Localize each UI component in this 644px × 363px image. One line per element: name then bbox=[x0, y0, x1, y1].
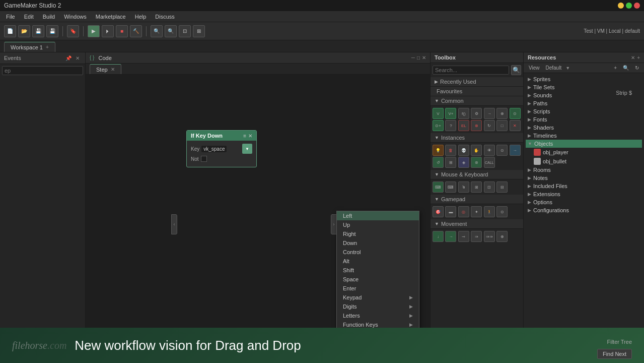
res-refresh-icon[interactable]: ↻ bbox=[633, 65, 641, 71]
panel-pin-button[interactable]: 📌 bbox=[65, 54, 72, 62]
section-common[interactable]: ▼ Common bbox=[431, 96, 523, 106]
tree-sprites[interactable]: ▶ Sprites bbox=[526, 75, 642, 83]
resources-close-btn[interactable]: ✕ bbox=[631, 55, 635, 60]
filter-tree-label[interactable]: Filter Tree bbox=[607, 339, 632, 345]
mv-fast[interactable]: ⇒ bbox=[471, 231, 482, 242]
dd-alt[interactable]: Alt bbox=[337, 257, 419, 266]
inst-move2[interactable]: → bbox=[510, 145, 521, 156]
section-recently-used[interactable]: ▶ Recently Used bbox=[431, 77, 523, 87]
section-instances[interactable]: ▼ Instances bbox=[431, 133, 523, 143]
stop-button[interactable]: ■ bbox=[116, 25, 128, 37]
mk-key2[interactable]: ⌨ bbox=[445, 182, 456, 193]
toolbox-search-input[interactable] bbox=[433, 66, 509, 75]
tool-stop[interactable]: ⊗ bbox=[471, 120, 482, 131]
res-add-icon[interactable]: + bbox=[612, 65, 619, 71]
gp-target[interactable]: 🎯 bbox=[433, 206, 444, 217]
code-close[interactable]: ✕ bbox=[422, 55, 426, 60]
gp-pac2[interactable]: ⊙ bbox=[496, 206, 508, 217]
dd-control[interactable]: Control bbox=[337, 248, 419, 257]
mv-fast2[interactable]: ⇒⇒ bbox=[484, 231, 495, 242]
tool-if[interactable]: ? bbox=[445, 120, 456, 131]
bookmark-button[interactable]: 🔖 bbox=[67, 25, 79, 37]
code-minimize[interactable]: ─ bbox=[411, 55, 415, 60]
mv-down[interactable]: ↓ bbox=[433, 231, 444, 242]
save-button[interactable]: 💾 bbox=[32, 25, 44, 37]
menu-file[interactable]: File bbox=[2, 13, 19, 21]
tree-notes[interactable]: ▶ Notes bbox=[526, 174, 642, 182]
inst-wrap[interactable]: ↺ bbox=[433, 157, 444, 168]
gp-circle[interactable]: ◎ bbox=[458, 206, 469, 217]
debug-button[interactable]: ⏵ bbox=[102, 25, 114, 37]
mv-path[interactable]: ⊸ bbox=[458, 231, 469, 242]
block-close-btn[interactable]: ✕ bbox=[248, 133, 252, 139]
code-tab-close[interactable]: ✕ bbox=[111, 67, 115, 72]
resources-add-btn[interactable]: + bbox=[637, 55, 640, 60]
tree-objects[interactable]: ▼ Objects bbox=[526, 140, 642, 148]
save-all-button[interactable]: 💾 bbox=[46, 25, 58, 37]
tree-obj-player[interactable]: obj_player bbox=[526, 148, 642, 157]
tool-func[interactable]: f() bbox=[458, 108, 469, 119]
close-button[interactable] bbox=[634, 3, 640, 9]
tree-included-files[interactable]: ▶ Included Files bbox=[526, 182, 642, 190]
tool-var[interactable]: V bbox=[433, 108, 444, 119]
open-button[interactable]: 📂 bbox=[18, 25, 30, 37]
mk-mouse[interactable]: 🖱 bbox=[458, 182, 469, 193]
gp-cross[interactable]: ✦ bbox=[471, 206, 482, 217]
zoom-reset-button[interactable]: ⊡ bbox=[179, 25, 191, 37]
tree-obj-bullet[interactable]: obj_bullet bbox=[526, 157, 642, 166]
mv-right[interactable]: → bbox=[445, 231, 456, 242]
tree-timelines[interactable]: ▶ Timelines bbox=[526, 132, 642, 140]
tool-close[interactable]: ✕ bbox=[510, 120, 521, 131]
section-gamepad[interactable]: ▼ Gamepad bbox=[431, 195, 523, 204]
tree-configurations[interactable]: ▶ Configurations bbox=[526, 206, 642, 214]
zoom-fit-button[interactable]: ⊞ bbox=[193, 25, 205, 37]
toolbox-search-button[interactable]: 🔍 bbox=[511, 65, 521, 75]
menu-marketplace[interactable]: Marketplace bbox=[92, 13, 130, 21]
tool-step[interactable]: ⊙ bbox=[510, 108, 521, 119]
block-menu-btn[interactable]: ≡ bbox=[243, 133, 246, 139]
tool-var2[interactable]: V+ bbox=[445, 108, 456, 119]
code-tab-step[interactable]: Step ✕ bbox=[90, 64, 121, 74]
collapse-left-arrow[interactable]: ‹ bbox=[171, 214, 177, 234]
menu-edit[interactable]: Edit bbox=[20, 13, 38, 21]
mk-grid3[interactable]: ⊟ bbox=[496, 182, 508, 193]
mk-key[interactable]: ⌨ bbox=[433, 182, 444, 193]
res-default-btn[interactable]: Default bbox=[544, 65, 564, 71]
dd-up[interactable]: Up bbox=[337, 220, 419, 229]
maximize-button[interactable] bbox=[626, 3, 632, 9]
section-mouse-keyboard[interactable]: ▼ Mouse & Keyboard bbox=[431, 170, 523, 179]
menu-windows[interactable]: Windows bbox=[60, 13, 91, 21]
not-checkbox[interactable] bbox=[201, 156, 207, 162]
gp-walk[interactable]: 🚶 bbox=[484, 206, 495, 217]
tree-options[interactable]: ▶ Options bbox=[526, 198, 642, 206]
clean-button[interactable]: 🔨 bbox=[130, 25, 142, 37]
section-movement[interactable]: ▼ Movement bbox=[431, 219, 523, 229]
inst-call[interactable]: CALL bbox=[484, 157, 495, 168]
res-search-icon[interactable]: 🔍 bbox=[621, 65, 631, 71]
find-next-button[interactable]: Find Next bbox=[597, 349, 632, 359]
tool-else[interactable]: EL bbox=[458, 120, 469, 131]
dd-enter[interactable]: Enter bbox=[337, 284, 419, 293]
tool-aim[interactable]: ⊕ bbox=[496, 108, 508, 119]
inst-kill[interactable]: 💀 bbox=[458, 145, 469, 156]
panel-close-button[interactable]: ✕ bbox=[74, 54, 81, 62]
dd-letters[interactable]: Letters▶ bbox=[337, 311, 419, 320]
inst-bounce[interactable]: ⊞ bbox=[445, 157, 456, 168]
tool-move[interactable]: → bbox=[484, 108, 495, 119]
minimize-button[interactable] bbox=[618, 3, 624, 9]
workspace-tab[interactable]: Workspace 1 + bbox=[4, 42, 55, 52]
inst-get[interactable]: ✋ bbox=[471, 145, 482, 156]
menu-help[interactable]: Help bbox=[131, 13, 151, 21]
dd-keypad[interactable]: Keypad▶ bbox=[337, 293, 419, 302]
dd-digits[interactable]: Digits▶ bbox=[337, 302, 419, 311]
dd-space[interactable]: Space bbox=[337, 275, 419, 284]
left-panel-search[interactable] bbox=[2, 66, 83, 75]
mk-grid[interactable]: ⊞ bbox=[471, 182, 482, 193]
workspace-tab-add[interactable]: + bbox=[46, 44, 49, 50]
mk-grid2[interactable]: ⊡ bbox=[484, 182, 495, 193]
tree-scripts[interactable]: ▶ Scripts bbox=[526, 107, 642, 115]
mv-aim[interactable]: ⊕ bbox=[496, 231, 508, 242]
dd-left[interactable]: Left bbox=[337, 211, 419, 220]
zoom-in-button[interactable]: 🔍 bbox=[151, 25, 163, 37]
code-body[interactable]: If Key Down ≡ ✕ Key vk_space ▼ Not bbox=[86, 75, 430, 363]
